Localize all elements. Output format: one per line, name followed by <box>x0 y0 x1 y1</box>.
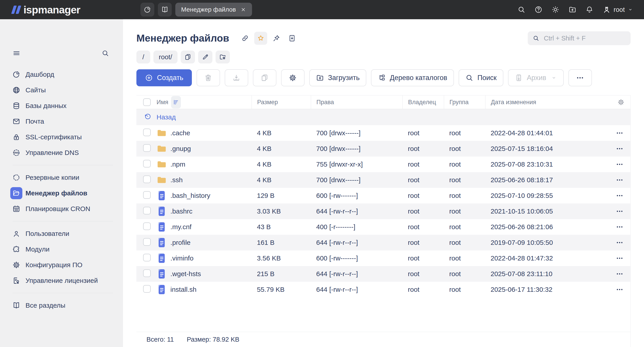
table-row[interactable]: .npm4 KB755 [drwxr-xr-x]rootroot2025-07-… <box>136 156 630 172</box>
copy-link-button[interactable] <box>238 32 252 45</box>
bell-icon[interactable] <box>586 6 594 14</box>
table-row[interactable]: .ssh4 KB700 [drwx------]rootroot2025-06-… <box>136 172 630 188</box>
search-button[interactable]: Поиск <box>459 69 503 86</box>
help-icon[interactable] <box>534 6 542 14</box>
sidebar-search-icon[interactable] <box>102 50 109 57</box>
more-button[interactable] <box>568 69 592 86</box>
favorite-button[interactable] <box>254 32 267 45</box>
row-checkbox[interactable] <box>143 285 151 293</box>
close-icon[interactable] <box>240 7 246 12</box>
table-row[interactable]: install.sh55.79 KB644 [-rw-r--r--]rootro… <box>136 282 630 297</box>
row-actions-button[interactable] <box>615 207 624 216</box>
settings-button[interactable] <box>281 69 304 86</box>
sort-button[interactable] <box>171 96 181 108</box>
breadcrumb-copy-path[interactable] <box>181 50 195 64</box>
sidebar-item-dns-management[interactable]: DNSУправление DNS <box>0 145 123 160</box>
search-icon[interactable] <box>518 6 526 14</box>
sidebar-item-modules[interactable]: Модули <box>0 242 123 257</box>
export-button[interactable] <box>286 32 298 45</box>
row-checkbox[interactable] <box>143 222 151 230</box>
sidebar-item-ssl-certificates[interactable]: SSL-сертификаты <box>0 129 123 145</box>
create-button[interactable]: Создать <box>136 69 192 86</box>
row-checkbox[interactable] <box>143 254 151 261</box>
table-row[interactable]: .cache4 KB700 [drwx------]rootroot2022-0… <box>136 125 630 141</box>
row-checkbox[interactable] <box>143 191 151 199</box>
row-actions-button[interactable] <box>615 238 624 247</box>
row-checkbox[interactable] <box>143 270 151 277</box>
folder-file-icon <box>156 128 167 138</box>
pin-button[interactable] <box>270 32 283 45</box>
folder-upload-icon[interactable] <box>568 6 576 14</box>
tab-all-sections[interactable] <box>158 3 172 16</box>
sidebar-item-all-sections[interactable]: Все разделы <box>0 298 123 313</box>
sidebar-item-sites[interactable]: Сайты <box>0 82 123 98</box>
toolbar: СоздатьЗагрузитьДерево каталоговПоискАрх… <box>136 69 630 86</box>
back-row[interactable]: Назад <box>136 109 630 125</box>
delete-button[interactable] <box>196 69 220 86</box>
breadcrumb-path-root[interactable]: / <box>136 50 150 64</box>
select-all-checkbox[interactable] <box>143 98 151 106</box>
table-settings-icon[interactable] <box>618 98 624 106</box>
sidebar-item-users[interactable]: Пользователи <box>0 226 123 242</box>
sidebar-item-license-management[interactable]: Управление лицензией <box>0 273 123 288</box>
row-actions-button[interactable] <box>615 144 624 153</box>
column-header-owner[interactable]: Владелец <box>402 96 444 109</box>
sidebar-item-cron[interactable]: Планировщик CRON <box>0 201 123 217</box>
tab-file-manager-active[interactable]: Менеджер файлов <box>175 3 252 16</box>
sidebar-item-software-config[interactable]: Конфигурация ПО <box>0 257 123 273</box>
open-tabs: Менеджер файлов <box>140 3 252 16</box>
row-checkbox[interactable] <box>143 144 151 152</box>
row-checkbox[interactable] <box>143 176 151 183</box>
sidebar-item-dashboard[interactable]: Дашборд <box>0 67 123 82</box>
mail-icon <box>12 118 20 126</box>
row-actions-button[interactable] <box>615 160 624 169</box>
tab-dashboard[interactable] <box>140 3 154 16</box>
column-header-date[interactable]: Дата изменения <box>485 96 599 109</box>
column-header-group[interactable]: Группа <box>444 96 485 109</box>
filter-searchbox[interactable] <box>528 31 630 45</box>
table-row[interactable]: .bash_history129 B600 [-rw-------]rootro… <box>136 188 630 204</box>
copy-button[interactable] <box>253 69 276 86</box>
row-actions-button[interactable] <box>615 222 624 232</box>
tree-icon <box>378 74 386 82</box>
download-button[interactable] <box>225 69 248 86</box>
menu-icon[interactable] <box>12 50 20 57</box>
column-header-rights[interactable]: Права <box>311 96 402 109</box>
row-actions-button[interactable] <box>615 254 624 263</box>
sidebar-item-backups[interactable]: Резервные копии <box>0 170 123 185</box>
row-checkbox[interactable] <box>143 128 151 136</box>
archive-button[interactable]: Архив <box>508 69 564 86</box>
row-checkbox[interactable] <box>143 160 151 168</box>
table-row[interactable]: .profile161 B644 [-rw-r--r--]rootroot201… <box>136 235 630 250</box>
sidebar-item-mail[interactable]: Почта <box>0 114 123 129</box>
sidebar-item-file-manager[interactable]: Менеджер файлов <box>0 185 123 201</box>
admin-user-icon <box>602 5 611 14</box>
column-header-name[interactable]: Имя <box>156 99 168 106</box>
row-checkbox[interactable] <box>143 238 151 246</box>
table-row[interactable]: .my.cnf43 B400 [-r--------]rootroot2025-… <box>136 219 630 235</box>
book-icon <box>161 6 168 14</box>
file-size: 129 B <box>252 192 311 200</box>
theme-icon[interactable] <box>552 6 560 14</box>
row-actions-button[interactable] <box>615 191 624 200</box>
row-actions-button[interactable] <box>615 270 624 278</box>
table-row[interactable]: .bashrc3.03 KB644 [-rw-r--r--]rootroot20… <box>136 204 630 219</box>
upload-button[interactable]: Загрузить <box>309 69 366 86</box>
dots-icon <box>616 270 624 278</box>
filter-search-input[interactable] <box>544 34 626 42</box>
row-actions-button[interactable] <box>615 176 624 184</box>
row-checkbox[interactable] <box>143 207 151 214</box>
breadcrumb-path-current[interactable]: root/ <box>154 50 178 64</box>
breadcrumb-edit-path[interactable] <box>198 50 212 64</box>
user-menu[interactable]: root <box>602 5 633 14</box>
sidebar-item-databases[interactable]: Базы данных <box>0 98 123 114</box>
breadcrumb-favorite-folder[interactable] <box>216 50 230 64</box>
table-row[interactable]: .gnupg4 KB700 [drwx------]rootroot2025-0… <box>136 141 630 156</box>
file-group: root <box>444 270 485 278</box>
table-row[interactable]: .viminfo3.56 KB600 [-rw-------]rootroot2… <box>136 250 630 266</box>
table-row[interactable]: .wget-hsts215 B644 [-rw-r--r--]rootroot2… <box>136 266 630 282</box>
row-actions-button[interactable] <box>615 128 624 138</box>
row-actions-button[interactable] <box>615 285 624 294</box>
directory-tree-button[interactable]: Дерево каталогов <box>371 69 454 86</box>
column-header-size[interactable]: Размер <box>252 96 311 109</box>
